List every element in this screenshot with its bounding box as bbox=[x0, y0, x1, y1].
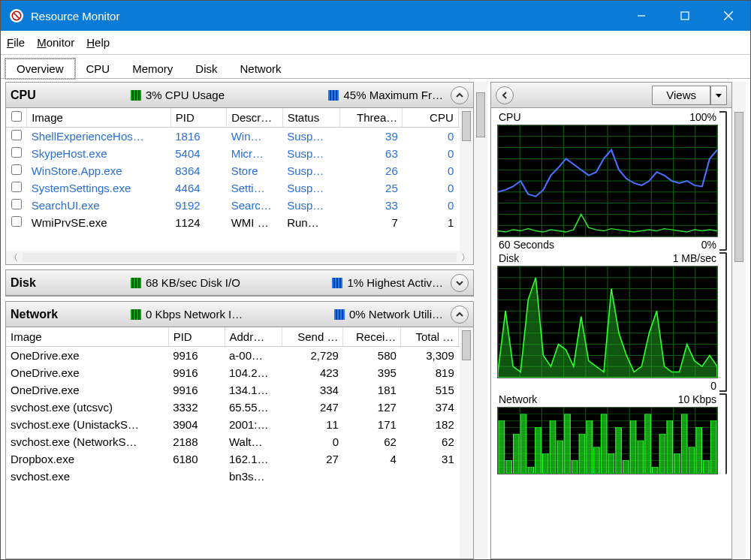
cpu-col-cpu[interactable]: CPU bbox=[403, 108, 458, 128]
table-row[interactable]: svchost.exe (UnistackS…39042001:… 111711… bbox=[6, 416, 473, 433]
svg-rect-89 bbox=[608, 454, 614, 474]
network-panel-title: Network bbox=[11, 308, 123, 321]
svg-rect-74 bbox=[499, 421, 505, 474]
cpu-maxfreq-metric: 45% Maximum Fr… bbox=[328, 89, 443, 101]
svg-rect-85 bbox=[579, 434, 585, 474]
views-button[interactable]: Views bbox=[652, 86, 710, 105]
table-row[interactable]: WinStore.App.exe8364StoreSusp… 260 bbox=[6, 162, 473, 179]
table-row[interactable]: SystemSettings.exe4464Setti…Susp… 250 bbox=[6, 179, 473, 197]
disk-chart-min: 0 bbox=[710, 380, 716, 392]
svg-rect-99 bbox=[681, 414, 687, 474]
menu-monitor[interactable]: Monitor bbox=[37, 36, 74, 49]
disk-expand-button[interactable] bbox=[451, 274, 469, 292]
tab-bar: Overview CPU Memory Disk Network bbox=[1, 55, 750, 79]
close-button[interactable] bbox=[707, 1, 750, 31]
network-panel: Network 0 Kbps Network I… 0% Network Uti… bbox=[5, 301, 474, 559]
views-dropdown-button[interactable] bbox=[710, 86, 727, 105]
menu-file[interactable]: File bbox=[7, 36, 25, 49]
svg-rect-81 bbox=[550, 421, 556, 474]
row-checkbox[interactable] bbox=[11, 147, 22, 158]
scroll-left-icon[interactable]: 〈 bbox=[9, 251, 18, 264]
scroll-right-icon[interactable]: 〉 bbox=[461, 251, 470, 264]
svg-marker-6 bbox=[716, 94, 722, 98]
cpu-usage-metric: 3% CPU Usage bbox=[131, 89, 225, 101]
disk-panel-header[interactable]: Disk 68 KB/sec Disk I/O 1% Highest Activ… bbox=[6, 270, 473, 296]
cpu-maxfreq-swatch-icon bbox=[328, 90, 339, 101]
cpu-scrollbar[interactable] bbox=[460, 108, 473, 251]
network-scrollbar[interactable] bbox=[460, 327, 473, 558]
svg-rect-75 bbox=[506, 460, 512, 474]
disk-panel-title: Disk bbox=[11, 276, 123, 290]
table-row[interactable]: OneDrive.exe9916a-00… 2,7295803,309 bbox=[6, 347, 473, 365]
net-col-addr[interactable]: Addr… bbox=[225, 327, 282, 347]
network-chart-title: Network bbox=[499, 393, 537, 405]
minimize-button[interactable] bbox=[620, 1, 663, 31]
table-row[interactable]: SkypeHost.exe5404Micr…Susp… 630 bbox=[6, 145, 473, 162]
net-col-recv[interactable]: Recei… bbox=[343, 327, 401, 347]
tab-cpu[interactable]: CPU bbox=[75, 59, 122, 79]
tab-disk[interactable]: Disk bbox=[184, 59, 228, 79]
row-checkbox[interactable] bbox=[11, 164, 22, 175]
svg-rect-79 bbox=[535, 427, 541, 474]
svg-rect-94 bbox=[645, 414, 651, 474]
tab-overview[interactable]: Overview bbox=[5, 59, 75, 79]
disk-active-metric: 1% Highest Activ… bbox=[332, 276, 443, 289]
row-checkbox[interactable] bbox=[11, 216, 22, 227]
network-io-metric: 0 Kbps Network I… bbox=[131, 308, 243, 321]
svg-rect-87 bbox=[594, 447, 600, 474]
row-checkbox[interactable] bbox=[11, 182, 22, 192]
cpu-chart-max: 100% bbox=[689, 111, 716, 123]
svg-rect-90 bbox=[616, 427, 622, 474]
cpu-panel-title: CPU bbox=[11, 89, 123, 102]
disk-io-metric: 68 KB/sec Disk I/O bbox=[131, 276, 240, 289]
svg-rect-3 bbox=[681, 12, 689, 20]
cpu-col-image[interactable]: Image bbox=[27, 108, 171, 128]
tab-network[interactable]: Network bbox=[229, 59, 293, 79]
cpu-usage-swatch-icon bbox=[131, 90, 141, 101]
tab-memory[interactable]: Memory bbox=[121, 59, 184, 79]
cpu-chart-min: 0% bbox=[701, 239, 716, 251]
disk-io-swatch-icon bbox=[131, 278, 141, 288]
network-util-metric: 0% Network Utili… bbox=[334, 308, 443, 321]
cpu-panel-header[interactable]: CPU 3% CPU Usage 45% Maximum Fr… bbox=[6, 83, 473, 108]
svg-rect-83 bbox=[565, 414, 571, 474]
svg-rect-95 bbox=[652, 467, 658, 474]
cpu-table: Image PID Descr… Status Threa… CPU Shell… bbox=[6, 108, 473, 231]
table-row[interactable]: OneDrive.exe9916104.2… 423395819 bbox=[6, 364, 473, 381]
menu-help[interactable]: Help bbox=[86, 36, 110, 49]
row-checkbox[interactable] bbox=[11, 130, 22, 140]
row-checkbox[interactable] bbox=[11, 199, 22, 209]
net-col-image[interactable]: Image bbox=[6, 327, 168, 347]
svg-rect-88 bbox=[601, 414, 607, 474]
maximize-button[interactable] bbox=[663, 1, 707, 31]
charts-pane: Views CPU 100% bbox=[490, 82, 732, 559]
svg-rect-101 bbox=[696, 427, 702, 474]
cpu-collapse-button[interactable] bbox=[451, 86, 469, 104]
table-row[interactable]: SearchUI.exe9192Searc…Susp… 330 bbox=[6, 197, 473, 214]
cpu-col-check[interactable] bbox=[6, 108, 27, 128]
network-collapse-button[interactable] bbox=[451, 306, 469, 324]
left-outer-scrollbar[interactable] bbox=[474, 82, 487, 559]
table-row[interactable]: svchost.exe (utcsvc)333265.55… 247127374 bbox=[6, 399, 473, 416]
table-row[interactable]: OneDrive.exe9916134.1… 334181515 bbox=[6, 381, 473, 399]
disk-active-swatch-icon bbox=[332, 278, 342, 288]
window-title: Resource Monitor bbox=[31, 10, 620, 23]
net-col-pid[interactable]: PID bbox=[168, 327, 225, 347]
network-panel-header[interactable]: Network 0 Kbps Network I… 0% Network Uti… bbox=[6, 302, 473, 327]
menu-bar: File Monitor Help bbox=[1, 31, 750, 55]
net-col-send[interactable]: Send … bbox=[282, 327, 343, 347]
cpu-col-descr[interactable]: Descr… bbox=[227, 108, 282, 128]
table-row[interactable]: svchost.exebn3s… bbox=[6, 468, 473, 485]
table-row[interactable]: WmiPrvSE.exe1124WMI …Run… 71 bbox=[6, 214, 473, 231]
cpu-hscrollbar[interactable]: 〈 〉 bbox=[6, 251, 473, 264]
table-row[interactable]: svchost.exe (NetworkS…2188Walt… 06262 bbox=[6, 433, 473, 450]
cpu-col-status[interactable]: Status bbox=[282, 108, 340, 128]
table-row[interactable]: Dropbox.exe6180162.1… 27431 bbox=[6, 450, 473, 468]
cpu-col-pid[interactable]: PID bbox=[170, 108, 226, 128]
svg-rect-76 bbox=[514, 434, 520, 474]
net-col-total[interactable]: Total … bbox=[401, 327, 459, 347]
table-row[interactable]: ShellExperienceHos…1816Win…Susp… 390 bbox=[6, 128, 473, 146]
cpu-col-threads[interactable]: Threa… bbox=[340, 108, 403, 128]
right-scrollbar[interactable] bbox=[732, 82, 746, 559]
charts-collapse-button[interactable] bbox=[496, 86, 514, 104]
